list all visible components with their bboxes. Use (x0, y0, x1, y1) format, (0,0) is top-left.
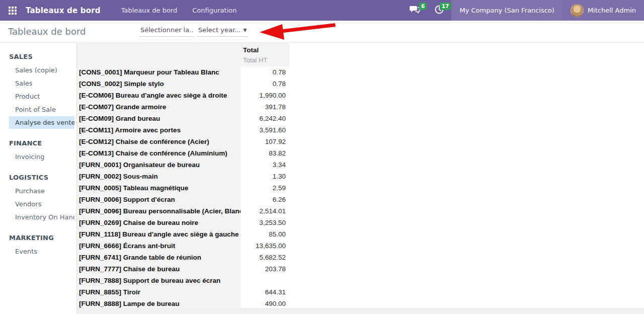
sidebar-item[interactable]: Point of Sale (9, 103, 74, 116)
sidebar-item[interactable]: Invoicing (9, 150, 74, 163)
column-header-total: Total (243, 45, 289, 55)
row-value-cell[interactable]: 13,635.00 (240, 240, 289, 252)
activities-count-badge: 17 (440, 3, 451, 10)
activities-button[interactable]: 17 (427, 0, 451, 21)
table-row: [FURN_6741] Grande table de réunion 5,68… (77, 252, 644, 263)
user-avatar (571, 4, 584, 17)
messages-count-badge: 6 (419, 3, 427, 10)
row-label-cell[interactable]: [E-COM07] Grande armoire (77, 101, 240, 113)
row-label-cell[interactable]: [FURN_6741] Grande table de réunion (77, 252, 240, 263)
row-label-cell[interactable]: [FURN_6666] Écrans ant-bruit (77, 240, 240, 252)
row-label-cell[interactable]: [FURN_1118] Bureau d'angle avec siège à … (77, 228, 240, 240)
dashboard-sidebar: SALES Sales (copie) Sales Product Point … (0, 43, 77, 314)
sidebar-item[interactable]: Vendors (9, 198, 74, 210)
chevron-down-icon: ▼ (243, 28, 247, 33)
nav-menu-configuration[interactable]: Configuration (185, 7, 244, 14)
row-label-cell[interactable]: [FURN_0001] Organisateur de bureau (77, 159, 240, 171)
row-label-cell[interactable]: [FURN_7888] Support de bureau avec écran (77, 275, 240, 286)
row-label-cell[interactable]: [E-COM06] Bureau d'angle avec siège à dr… (77, 90, 240, 101)
table-row: [E-COM13] Chaise de conférence (Aluminiu… (77, 147, 644, 159)
table-row: [FURN_0269] Chaise de bureau noire 3,253… (77, 217, 644, 228)
apps-menu-button[interactable] (0, 7, 23, 15)
row-value-cell[interactable]: 3.34 (240, 159, 289, 171)
dashboard-content: Total Total HT [CONS_0001] Marqueur pour… (77, 43, 644, 314)
row-value-cell[interactable]: 0.78 (240, 78, 289, 90)
row-label-cell[interactable]: [FURN_0006] Support d'écran (77, 194, 240, 205)
table-row: [CONS_0002] Simple stylo 0.78 (77, 78, 644, 90)
row-value-cell[interactable]: 3,253.50 (240, 217, 289, 228)
row-label-cell[interactable]: [FURN_0002] Sous-main (77, 171, 240, 182)
messages-button[interactable]: 6 (402, 0, 427, 21)
table-row: [FURN_7777] Chaise de bureau 203.78 (77, 263, 644, 275)
row-value-cell[interactable]: 3,591.60 (240, 124, 289, 136)
row-label-cell[interactable]: [E-COM12] Chaise de conférence (Acier) (77, 136, 240, 147)
user-name: Mitchell Admin (588, 7, 636, 14)
company-name: My Company (San Francisco) (459, 7, 554, 14)
row-value-cell[interactable]: 1,990.00 (240, 90, 289, 101)
section-title-marketing: MARKETING (9, 234, 72, 242)
nav-menu-dashboards[interactable]: Tableaux de bord (114, 7, 185, 14)
table-row: [FURN_0005] Tableau magnétique 2.59 (77, 182, 644, 194)
sidebar-item[interactable]: Product (9, 90, 74, 103)
apps-grid-icon (9, 7, 17, 15)
table-row: [FURN_8855] Tiroir 644.31 (77, 286, 644, 298)
table-row: [E-COM12] Chaise de conférence (Acier) 1… (77, 136, 644, 147)
row-label-cell[interactable]: [FURN_0096] Bureau personnalisable (Acie… (77, 205, 240, 217)
row-value-cell[interactable]: 6.26 (240, 194, 289, 205)
section-title-finance: FINANCE (9, 139, 72, 147)
row-label-cell[interactable]: [E-COM09] Grand bureau (77, 113, 240, 124)
row-value-cell[interactable]: 203.78 (240, 263, 289, 275)
row-value-cell[interactable]: 85.00 (240, 228, 289, 240)
table-row: [FURN_0006] Support d'écran 6.26 (77, 194, 644, 205)
row-label-cell[interactable]: [CONS_0002] Simple stylo (77, 78, 240, 90)
row-value-cell[interactable]: 6,242.40 (240, 113, 289, 124)
row-value-cell[interactable]: 391.78 (240, 101, 289, 113)
section-title-logistics: LOGISTICS (9, 174, 72, 181)
row-label-cell[interactable]: [E-COM13] Chaise de conférence (Aluminiu… (77, 147, 240, 159)
row-value-cell[interactable] (240, 275, 289, 286)
table-row: [FURN_1118] Bureau d'angle avec siège à … (77, 228, 644, 240)
sidebar-item[interactable]: Analyse des ventes (9, 116, 74, 129)
row-value-cell[interactable]: 83.82 (240, 147, 289, 159)
section-title-sales: SALES (9, 53, 72, 60)
row-value-cell[interactable]: 1.30 (240, 171, 289, 182)
row-value-cell[interactable]: 0.78 (240, 66, 289, 78)
row-label-cell[interactable]: [FURN_0269] Chaise de bureau noire (77, 217, 240, 228)
table-row: [FURN_0002] Sous-main 1.30 (77, 171, 644, 182)
row-value-cell[interactable]: 2.59 (240, 182, 289, 194)
table-row: [E-COM06] Bureau d'angle avec siège à dr… (77, 90, 644, 101)
sidebar-section-marketing: MARKETING Events (0, 234, 76, 258)
sidebar-item[interactable]: Events (9, 245, 74, 258)
row-label-cell[interactable]: [CONS_0001] Marqueur pour Tableau Blanc (77, 66, 240, 78)
row-value-cell[interactable]: 107.92 (240, 136, 289, 147)
category-filter-value: Sélectionner la... (140, 26, 194, 34)
row-label-cell[interactable]: [FURN_8855] Tiroir (77, 286, 240, 298)
category-filter-dropdown[interactable]: Sélectionner la...▼ (139, 25, 194, 37)
screen: Tableaux de bord Tableaux de bord Config… (0, 0, 644, 314)
year-filter-dropdown[interactable]: Select year...▼ (197, 25, 248, 37)
table-row: [FURN_7888] Support de bureau avec écran (77, 275, 644, 286)
row-label-cell[interactable]: [E-COM11] Armoire avec portes (77, 124, 240, 136)
row-value-cell[interactable]: 2,514.01 (240, 205, 289, 217)
table-row: [FURN_0001] Organisateur de bureau 3.34 (77, 159, 644, 171)
sidebar-item[interactable]: Sales (9, 77, 74, 90)
sidebar-item[interactable]: Sales (copie) (9, 64, 74, 76)
sidebar-section-sales: SALES Sales (copie) Sales Product Point … (0, 53, 76, 129)
row-label-cell[interactable]: [FURN_7777] Chaise de bureau (77, 263, 240, 275)
sidebar-item[interactable]: Inventory On Hand (9, 211, 74, 223)
row-label-cell[interactable]: [FURN_0005] Tableau magnétique (77, 182, 240, 194)
sidebar-section-finance: FINANCE Invoicing (0, 139, 76, 163)
user-menu[interactable]: Mitchell Admin (562, 0, 644, 21)
company-switcher[interactable]: My Company (San Francisco) (451, 0, 562, 21)
sidebar-section-logistics: LOGISTICS Purchase Vendors Inventory On … (0, 174, 76, 223)
sidebar-item[interactable]: Purchase (9, 185, 74, 197)
row-value-cell[interactable]: 644.31 (240, 286, 289, 298)
row-value-cell[interactable]: 5,682.52 (240, 252, 289, 263)
table-row: [E-COM07] Grande armoire 391.78 (77, 101, 644, 113)
control-panel: Tableaux de bord Sélectionner la...▼ Sel… (0, 21, 644, 43)
column-subheader-total-ht: Total HT (243, 55, 289, 65)
table-row: [E-COM11] Armoire avec portes 3,591.60 (77, 124, 644, 136)
table-row: [E-COM09] Grand bureau 6,242.40 (77, 113, 644, 124)
horizontal-scrollbar[interactable] (77, 308, 644, 314)
table-row: [CONS_0001] Marqueur pour Tableau Blanc … (77, 66, 644, 78)
